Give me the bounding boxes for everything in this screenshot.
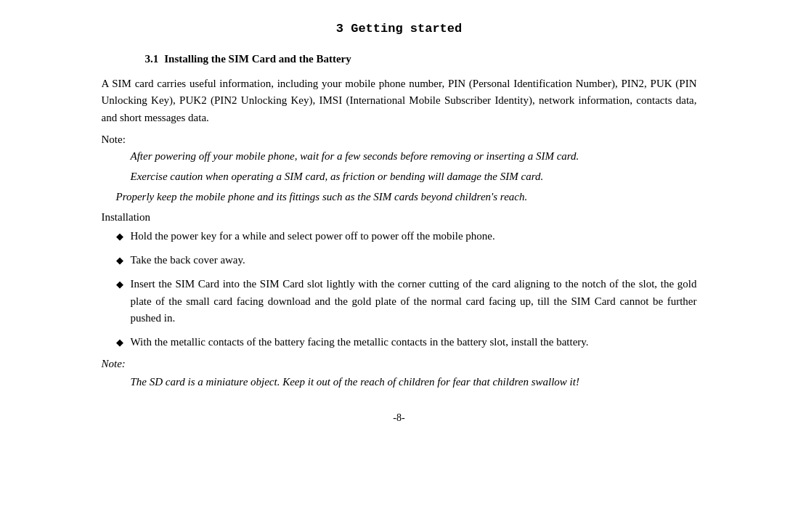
page-number: -8-	[102, 412, 697, 424]
page-title: 3 Getting started	[102, 22, 697, 36]
note-line-3: Properly keep the mobile phone and its f…	[116, 188, 697, 205]
note-line-2: Exercise caution when operating a SIM ca…	[131, 168, 697, 185]
list-item: ◆ Hold the power key for a while and sel…	[116, 228, 697, 245]
note-label: Note:	[102, 134, 697, 146]
bullet-icon-3: ◆	[116, 277, 123, 292]
bullet-list: ◆ Hold the power key for a while and sel…	[116, 228, 697, 351]
section-number: 3.1	[145, 53, 159, 65]
bullet-icon-2: ◆	[116, 253, 123, 268]
bullet-text-4: With the metallic contacts of the batter…	[131, 334, 697, 351]
bullet-text-3: Insert the SIM Card into the SIM Card sl…	[131, 276, 697, 327]
bullet-icon-1: ◆	[116, 229, 123, 244]
list-item: ◆ With the metallic contacts of the batt…	[116, 334, 697, 351]
list-item: ◆ Take the back cover away.	[116, 252, 697, 269]
bottom-note-text: The SD card is a miniature object. Keep …	[131, 373, 697, 390]
bullet-icon-4: ◆	[116, 335, 123, 350]
bullet-text-2: Take the back cover away.	[131, 252, 697, 269]
bullet-text-1: Hold the power key for a while and selec…	[131, 228, 697, 245]
intro-paragraph: A SIM card carries useful information, i…	[102, 75, 697, 126]
list-item: ◆ Insert the SIM Card into the SIM Card …	[116, 276, 697, 327]
section-heading: 3.1Installing the SIM Card and the Batte…	[145, 53, 697, 65]
bottom-note-label: Note:	[102, 358, 697, 370]
section-title: Installing the SIM Card and the Battery	[164, 53, 351, 65]
installation-label: Installation	[102, 211, 697, 224]
note-line-1: After powering off your mobile phone, wa…	[131, 147, 697, 165]
page-container: 3 Getting started 3.1Installing the SIM …	[73, 0, 726, 453]
